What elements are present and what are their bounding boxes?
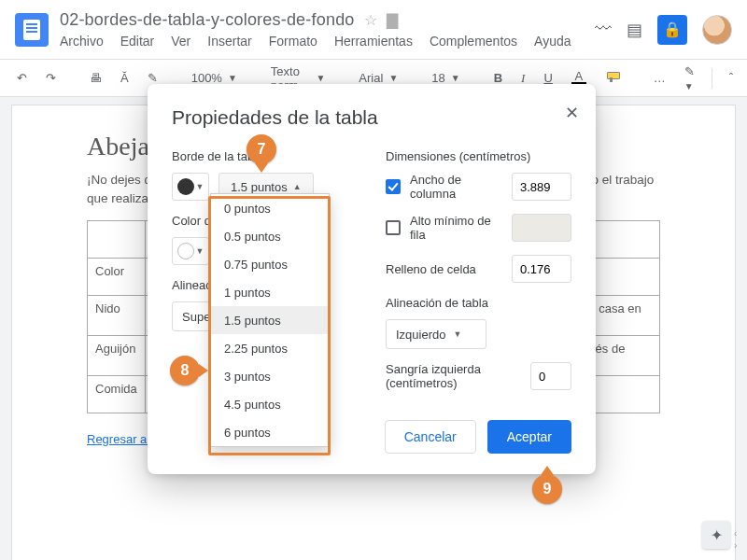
padding-input[interactable] [512, 255, 571, 283]
row-height-checkbox[interactable] [386, 220, 401, 235]
dd-option[interactable]: 0.5 puntos [211, 222, 329, 250]
dd-option[interactable]: 0 puntos [211, 194, 329, 222]
accept-button[interactable]: Aceptar [487, 420, 571, 454]
dd-option[interactable]: 0.75 puntos [211, 250, 329, 278]
dd-option[interactable]: 6 puntos [211, 418, 329, 446]
dd-option-selected[interactable]: 1.5 puntos [211, 306, 329, 334]
table-align-label: Alineación de tabla [386, 296, 571, 310]
dd-option[interactable]: 2.25 puntos [211, 334, 329, 362]
dd-option[interactable]: 1 puntos [211, 278, 329, 306]
dd-option[interactable]: 3 puntos [211, 362, 329, 390]
cancel-button[interactable]: Cancelar [385, 420, 476, 454]
callout-8: 8 [170, 356, 200, 385]
border-width-dropdown: 0 puntos 0.5 puntos 0.75 puntos 1 puntos… [210, 193, 330, 447]
indent-label: Sangría izquierda (centímetros) [386, 362, 521, 390]
callout-7: 7 [247, 134, 276, 164]
dialog-title: Propiedades de la tabla [172, 106, 571, 129]
table-align-select[interactable]: Izquierdo▼ [386, 319, 486, 349]
col-width-checkbox[interactable] [386, 179, 401, 194]
border-color-picker[interactable]: ▼ [172, 173, 209, 201]
dimensions-label: Dimensiones (centímetros) [386, 149, 571, 163]
bg-color-picker[interactable]: ▼ [172, 237, 209, 265]
row-height-label: Alto mínimo de fila [410, 214, 502, 242]
padding-label: Relleno de celda [386, 262, 502, 276]
row-height-input[interactable] [512, 214, 571, 242]
dd-option[interactable]: 4.5 puntos [211, 390, 329, 418]
col-width-input[interactable] [512, 173, 571, 201]
indent-input[interactable] [530, 362, 571, 390]
callout-9: 9 [532, 474, 562, 504]
col-width-label: Ancho de columna [410, 173, 502, 201]
close-icon[interactable]: ✕ [565, 103, 579, 123]
